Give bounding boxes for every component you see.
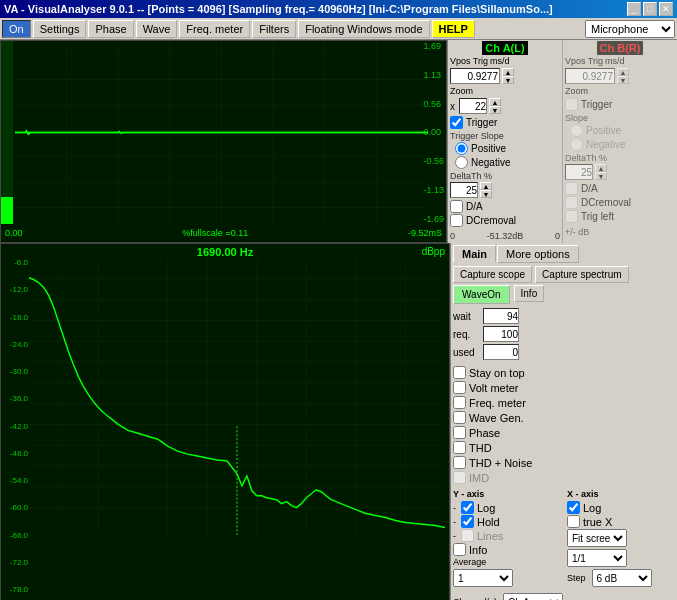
ch-b-vpos-down[interactable]: ▼ (617, 76, 629, 84)
y-hold-check[interactable] (461, 515, 474, 528)
ch-b-trigleft-check[interactable] (565, 210, 578, 223)
used-label: used (453, 347, 481, 358)
bottom-panel: 1690.00 Hz dBpp -6.0 -12.0 -18.0 -24.0 -… (0, 243, 677, 600)
ch-a-deltath-input[interactable] (450, 182, 478, 198)
ch-a-da-row: D/A (450, 200, 560, 213)
ch-b-deltath-input[interactable] (565, 164, 593, 180)
ch-a-positive-radio[interactable] (455, 142, 468, 155)
ch-a-vpos-label: Vpos Trig (450, 56, 488, 66)
osc-status-bar: 0.00 %fullscale =0.11 -9.52mS (1, 224, 446, 242)
freq-meter-check[interactable] (453, 396, 466, 409)
spec-y-1: -12.0 (2, 285, 28, 294)
ch-b-dcremoval-check[interactable] (565, 196, 578, 209)
ch-a-dcremoval-check[interactable] (450, 214, 463, 227)
ch-a-deltath-up[interactable]: ▲ (480, 182, 492, 190)
spec-y-8: -54.0 (2, 476, 28, 485)
wave-gen-check[interactable] (453, 411, 466, 424)
menu-wave[interactable]: Wave (136, 20, 178, 38)
ch-a-zoom-down[interactable]: ▼ (489, 106, 501, 114)
y-info-check[interactable] (453, 543, 466, 556)
ch-a-zoom-up[interactable]: ▲ (489, 98, 501, 106)
average-select[interactable]: 1 2 4 8 (453, 569, 513, 587)
y-log-check[interactable] (461, 501, 474, 514)
ch-b-vpos-input[interactable] (565, 68, 615, 84)
ch-b-deltath-down[interactable]: ▼ (595, 172, 607, 180)
wait-input[interactable] (483, 308, 519, 324)
x-truex-check[interactable] (567, 515, 580, 528)
ch-a-da-check[interactable] (450, 200, 463, 213)
req-row: req. (453, 326, 675, 342)
waveon-button[interactable]: WaveOn (453, 285, 510, 304)
req-input[interactable] (483, 326, 519, 342)
ch-a-label: Ch A(L) (482, 41, 527, 55)
step-select[interactable]: 6 dB 3 dB (592, 569, 652, 587)
ch-b-negative-radio[interactable] (570, 138, 583, 151)
phase-check[interactable] (453, 426, 466, 439)
stay-on-top-label: Stay on top (469, 367, 525, 379)
menu-phase[interactable]: Phase (88, 20, 133, 38)
x-log-check[interactable] (567, 501, 580, 514)
maximize-button[interactable]: □ (643, 2, 657, 16)
capture-scope-button[interactable]: Capture scope (453, 266, 532, 283)
ch-b-zoom-row: Zoom (565, 86, 675, 96)
ch-a-negative-radio[interactable] (455, 156, 468, 169)
stay-on-top-check[interactable] (453, 366, 466, 379)
ch-a-trigger-row: Trigger (450, 116, 560, 129)
thd-noise-check[interactable] (453, 456, 466, 469)
y-axis-col: Y - axis - Log - Hold - Lines (453, 489, 561, 589)
ratio-select[interactable]: 1/1 (567, 549, 627, 567)
ch-a-vpos-down[interactable]: ▼ (502, 76, 514, 84)
x-log-row: Log (567, 501, 675, 514)
spec-y-5: -36.0 (2, 394, 28, 403)
x-truex-row: true X (567, 515, 675, 528)
ch-a-db-value: -51.32dB (487, 231, 524, 241)
menu-floating[interactable]: Floating Windows mode (298, 20, 429, 38)
minimize-button[interactable]: _ (627, 2, 641, 16)
waveon-info-row: WaveOn Info (453, 285, 675, 304)
ch-a-dcremoval-row: DCremoval (450, 214, 560, 227)
fit-screen-select[interactable]: Fit screen (567, 529, 627, 547)
x-axis-col: X - axis Log true X Fit screen (567, 489, 675, 589)
ch-a-vpos-input[interactable] (450, 68, 500, 84)
menu-freq-meter[interactable]: Freq. meter (179, 20, 250, 38)
ch-a-zoom-input[interactable] (459, 98, 487, 114)
ch-b-deltath-up[interactable]: ▲ (595, 164, 607, 172)
ch-a-msd-label: ms/d (490, 56, 518, 66)
used-input[interactable] (483, 344, 519, 360)
ch-b-positive-radio[interactable] (570, 124, 583, 137)
menu-on[interactable]: On (2, 20, 31, 38)
ch-a-deltath-down[interactable]: ▼ (480, 190, 492, 198)
menu-settings[interactable]: Settings (33, 20, 87, 38)
window-title: VA - VisualAnalyser 9.0.1 -- [Points = 4… (4, 3, 553, 15)
tab-main[interactable]: Main (453, 245, 496, 263)
ch-b-trigger-check[interactable] (565, 98, 578, 111)
imd-row: IMD (453, 471, 675, 484)
channels-select[interactable]: Ch A Ch B Both (503, 593, 563, 600)
close-button[interactable]: ✕ (659, 2, 673, 16)
ch-b-da-row: D/A (565, 182, 675, 195)
thd-label: THD (469, 442, 492, 454)
imd-check[interactable] (453, 471, 466, 484)
capture-spectrum-button[interactable]: Capture spectrum (535, 266, 628, 283)
tab-more-options[interactable]: More options (497, 245, 579, 263)
ch-a-deltath-input-row: ▲ ▼ (450, 182, 560, 198)
ch-a-trigger-check[interactable] (450, 116, 463, 129)
y-hold-dash: - (453, 517, 456, 527)
volt-meter-check[interactable] (453, 381, 466, 394)
info-button[interactable]: Info (514, 285, 545, 302)
ch-a-vpos-spinner: ▲ ▼ (502, 68, 514, 84)
wave-gen-row: Wave Gen. (453, 411, 675, 424)
ch-a-vpos-up[interactable]: ▲ (502, 68, 514, 76)
ch-a-zoom-spinner: ▲ ▼ (489, 98, 501, 114)
microphone-select[interactable]: Microphone (585, 20, 675, 38)
thd-check[interactable] (453, 441, 466, 454)
spec-y-11: -72.0 (2, 558, 28, 567)
ch-b-vpos-up[interactable]: ▲ (617, 68, 629, 76)
menu-filters[interactable]: Filters (252, 20, 296, 38)
ch-b-da-check[interactable] (565, 182, 578, 195)
help-button[interactable]: HELP (432, 20, 475, 38)
ch-a-db-left: 0 (450, 231, 455, 241)
y-lines-check[interactable] (461, 529, 474, 542)
ch-a-zoom-input-row: x ▲ ▼ (450, 98, 560, 114)
capture-section: Capture scope Capture spectrum WaveOn In… (453, 266, 675, 304)
